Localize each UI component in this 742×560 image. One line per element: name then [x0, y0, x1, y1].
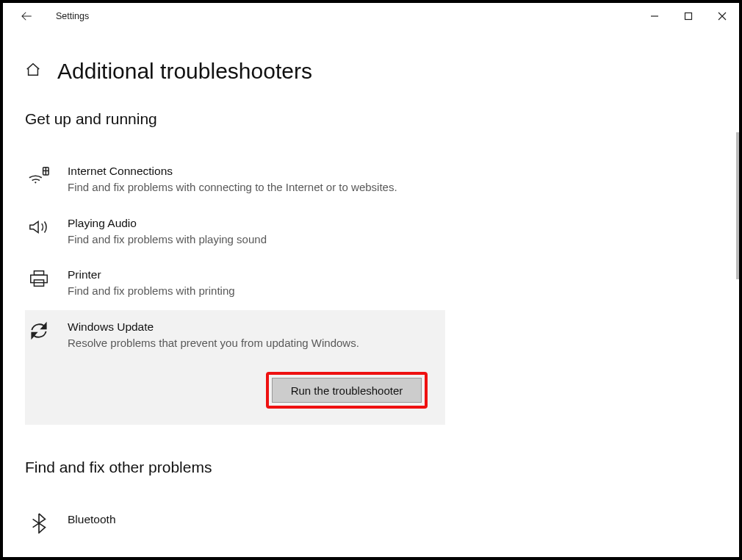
section-2: Find and fix other problems Bluetooth	[25, 459, 717, 545]
page-title: Additional troubleshooters	[57, 59, 312, 84]
sync-icon	[25, 319, 53, 342]
run-row: Run the troubleshooter	[25, 372, 438, 409]
content: Additional troubleshooters Get up and ru…	[3, 29, 739, 557]
troubleshooter-text: Windows Update Resolve problems that pre…	[68, 319, 438, 352]
bluetooth-icon	[25, 511, 53, 535]
troubleshooter-text: Bluetooth	[68, 511, 438, 526]
troubleshooter-text: Playing Audio Find and fix problems with…	[68, 215, 438, 248]
wifi-icon	[25, 163, 53, 187]
minimize-button[interactable]	[638, 4, 671, 28]
troubleshooter-desc: Find and fix problems with playing sound	[68, 231, 435, 248]
troubleshooter-bluetooth[interactable]: Bluetooth	[25, 503, 445, 545]
troubleshooter-title: Bluetooth	[68, 511, 438, 526]
troubleshooter-list-1: Internet Connections Find and fix proble…	[25, 154, 445, 425]
troubleshooter-desc: Find and fix problems with printing	[68, 283, 435, 300]
window-controls	[638, 4, 739, 28]
printer-icon	[25, 267, 53, 290]
troubleshooter-playing-audio[interactable]: Playing Audio Find and fix problems with…	[25, 207, 445, 259]
troubleshooter-printer[interactable]: Printer Find and fix problems with print…	[25, 258, 445, 310]
svg-point-2	[35, 182, 36, 183]
page-header: Additional troubleshooters	[25, 29, 717, 110]
run-highlight: Run the troubleshooter	[266, 372, 428, 409]
titlebar: Settings	[3, 3, 739, 29]
troubleshooter-text: Internet Connections Find and fix proble…	[68, 163, 438, 196]
back-button[interactable]	[12, 3, 41, 29]
app-title: Settings	[56, 11, 89, 21]
section-title-running: Get up and running	[25, 110, 717, 128]
svg-rect-6	[34, 271, 43, 276]
speaker-icon	[25, 215, 53, 239]
troubleshooter-list-2: Bluetooth	[25, 503, 445, 545]
home-icon[interactable]	[25, 62, 41, 81]
troubleshooter-windows-update[interactable]: Windows Update Resolve problems that pre…	[25, 310, 445, 426]
troubleshooter-text: Printer Find and fix problems with print…	[68, 267, 438, 300]
maximize-button[interactable]	[671, 4, 705, 28]
svg-rect-1	[685, 13, 692, 20]
troubleshooter-title: Playing Audio	[68, 215, 438, 230]
content-area: Additional troubleshooters Get up and ru…	[3, 29, 739, 557]
run-troubleshooter-button[interactable]: Run the troubleshooter	[272, 378, 422, 403]
scrollbar[interactable]	[736, 132, 739, 279]
troubleshooter-title: Windows Update	[68, 319, 438, 334]
back-arrow-icon	[20, 10, 33, 23]
troubleshooter-title: Printer	[68, 267, 438, 281]
close-icon	[718, 12, 727, 21]
maximize-icon	[684, 12, 693, 21]
troubleshooter-internet-connections[interactable]: Internet Connections Find and fix proble…	[25, 154, 445, 207]
troubleshooter-desc: Find and fix problems with connecting to…	[68, 179, 435, 196]
minimize-icon	[650, 12, 659, 21]
close-button[interactable]	[705, 4, 739, 28]
svg-rect-7	[31, 275, 48, 282]
section-title-other: Find and fix other problems	[25, 459, 717, 476]
settings-window: Settings Additional trouble	[3, 3, 739, 557]
troubleshooter-title: Internet Connections	[68, 163, 438, 178]
troubleshooter-desc: Resolve problems that prevent you from u…	[68, 335, 435, 352]
